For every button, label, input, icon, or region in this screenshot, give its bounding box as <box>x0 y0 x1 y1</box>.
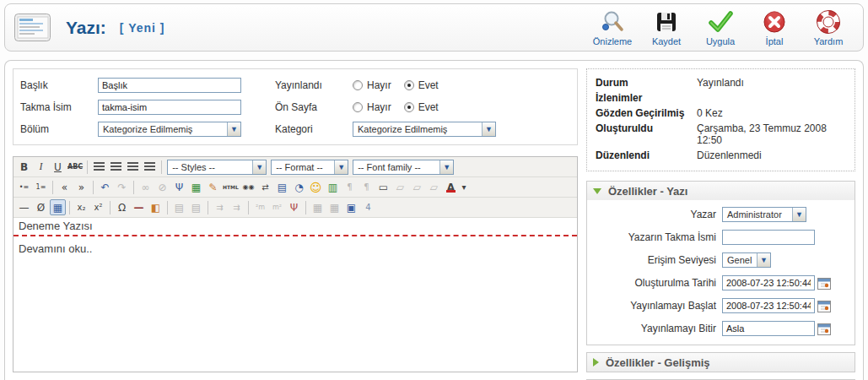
find-icon[interactable]: ◉◉ <box>240 179 256 195</box>
cell-props-icon: ▤ <box>188 199 204 215</box>
indent-icon[interactable]: » <box>73 179 89 195</box>
paste-text-icon: ▱ <box>409 179 425 195</box>
chevron-down-icon: ▼ <box>227 122 240 136</box>
frontpage-no-radio[interactable] <box>353 102 363 112</box>
panel-title: Özellikler - Gelişmiş <box>606 356 710 369</box>
font-family-select[interactable]: -- Font family -- ▼ <box>353 160 454 175</box>
cancel-button[interactable]: İptal <box>748 7 801 49</box>
published-label: Yayınlandı <box>275 79 353 91</box>
preview-button[interactable]: Önizleme <box>586 7 639 49</box>
special-character-icon[interactable]: Ω <box>114 199 130 215</box>
styles-select[interactable]: -- Styles -- ▼ <box>167 160 267 175</box>
cleanup-icon[interactable]: ✎ <box>205 179 221 195</box>
properties-advanced-panel-header[interactable]: Özellikler - Gelişmiş <box>587 353 855 372</box>
properties-article-panel-body: Yazar Administrator ▼ Yazarın Takma İsmi… <box>587 200 855 345</box>
published-no-label: Hayır <box>367 79 391 91</box>
main-toolbar: Önizleme Kaydet Uygula <box>586 7 855 49</box>
paste-icon: ▱ <box>392 179 408 195</box>
readmore-separator <box>13 235 577 236</box>
author-alias-input[interactable] <box>722 230 815 245</box>
save-button[interactable]: Kaydet <box>640 7 693 49</box>
find-replace-icon[interactable]: ⇄ <box>257 179 273 195</box>
fullscreen-icon[interactable]: ▭ <box>375 179 391 195</box>
align-left-icon[interactable] <box>91 159 107 175</box>
toolbar-separator <box>93 181 94 194</box>
section-select-value: Kategorize Edilmemiş <box>99 124 197 134</box>
align-bars <box>111 162 121 171</box>
abbreviation-icon: m² <box>269 199 285 215</box>
editor-content-area[interactable]: Deneme Yazısı Devamını oku.. <box>13 218 577 372</box>
anchor-icon[interactable]: Ψ <box>171 179 187 195</box>
page-subtitle: [ Yeni ] <box>120 21 165 35</box>
apply-check-icon <box>708 9 733 35</box>
category-select[interactable]: Kategorize Edilmemiş ▼ <box>353 122 496 137</box>
help-button[interactable]: Yardım <box>802 7 855 49</box>
published-yes-radio[interactable] <box>404 80 414 90</box>
italic-icon[interactable]: I <box>33 159 49 175</box>
fullpage-icon[interactable]: ▣ <box>343 199 359 215</box>
author-alias-label: Yazarın Takma İsmi <box>591 231 716 243</box>
title-input[interactable] <box>98 78 241 93</box>
advanced-hr-icon[interactable]: — <box>131 199 147 215</box>
publish-end-row: Yayınlamayı Bitir <box>591 320 850 337</box>
align-right-icon[interactable] <box>125 159 141 175</box>
status-row-value: Çarşamba, 23 Temmuz 2008 12:50 <box>697 122 846 146</box>
visual-chars-icon[interactable]: Ψ <box>286 199 302 215</box>
publish-start-input[interactable] <box>722 298 815 313</box>
section-select[interactable]: Kategorize Edilmemiş ▼ <box>98 122 241 137</box>
chevron-down-icon <box>593 188 601 194</box>
author-select[interactable]: Administrator ▼ <box>722 207 806 222</box>
bold-icon[interactable]: B <box>16 159 32 175</box>
underline-icon[interactable]: U <box>50 159 66 175</box>
cancel-x-icon <box>762 9 787 35</box>
remove-format-icon[interactable]: Ø <box>33 199 49 215</box>
status-row-value <box>697 92 846 104</box>
insert-time-icon[interactable]: ◔ <box>291 179 307 195</box>
align-justify-icon[interactable] <box>142 159 158 175</box>
apply-button[interactable]: Uygula <box>694 7 747 49</box>
frontpage-yes-radio[interactable] <box>404 102 414 112</box>
align-center-icon[interactable] <box>108 159 124 175</box>
editor-text-line[interactable]: Devamını oku.. <box>19 242 572 255</box>
table-props-icon: ▤ <box>171 199 187 215</box>
style-props-icon[interactable]: ◧ <box>148 199 164 215</box>
alias-input[interactable] <box>98 100 241 115</box>
status-row-label: İzlenimler <box>596 92 697 104</box>
insert-after-icon: ⇉ <box>229 199 245 215</box>
strikethrough-icon[interactable]: ABC <box>67 159 84 175</box>
font-color-arrow-icon[interactable]: ▾ <box>460 179 468 195</box>
properties-article-panel-header[interactable]: Özellikler - Yazı <box>587 182 855 200</box>
format-select[interactable]: -- Format -- ▼ <box>271 160 348 175</box>
chevron-down-icon: ▼ <box>482 122 495 136</box>
published-no-radio[interactable] <box>353 80 363 90</box>
undo-icon[interactable]: ↶ <box>97 179 113 195</box>
calendar-icon[interactable] <box>817 300 831 312</box>
chevron-down-icon: ▼ <box>334 160 348 174</box>
rtl-icon: ¶ <box>359 179 375 195</box>
emotions-icon[interactable]: ☺ <box>308 179 324 195</box>
publish-end-input[interactable] <box>722 321 815 336</box>
insert-media-icon[interactable]: ▥ <box>325 179 341 195</box>
created-date-input[interactable] <box>722 275 815 290</box>
calendar-icon[interactable] <box>817 277 831 290</box>
html-source-icon[interactable]: HTML <box>222 179 240 195</box>
insert-date-icon[interactable]: ▤ <box>274 179 290 195</box>
chevron-down-icon: ▼ <box>252 160 266 174</box>
superscript-icon[interactable]: x² <box>90 199 106 215</box>
editor-toolbar-row-1: B I U ABC -- Styles -- ▼ -- Format -- ▼ <box>13 157 577 177</box>
horizontal-rule-icon[interactable]: — <box>16 199 32 215</box>
status-row-label: Düzenlendi <box>596 149 697 161</box>
frontpage-no-label: Hayır <box>367 101 391 113</box>
access-level-select[interactable]: Genel ▼ <box>722 252 771 268</box>
bullet-list-icon[interactable]: •≡ <box>16 179 32 195</box>
numbered-list-icon[interactable]: 1≡ <box>33 179 49 195</box>
show-guidelines-icon[interactable]: ▦ <box>50 199 66 215</box>
font-color-icon[interactable]: A <box>443 179 459 195</box>
subscript-icon[interactable]: x₂ <box>73 199 89 215</box>
insert-image-icon[interactable]: ▦ <box>188 179 204 195</box>
editor-text-line[interactable]: Deneme Yazısı <box>19 220 572 232</box>
status-row-value: Düzenlenmedi <box>697 149 846 161</box>
calendar-icon[interactable] <box>817 323 831 335</box>
properties-article-panel: Özellikler - Yazı Yazar Administrator ▼ … <box>586 181 855 345</box>
outdent-icon[interactable]: « <box>57 179 73 195</box>
